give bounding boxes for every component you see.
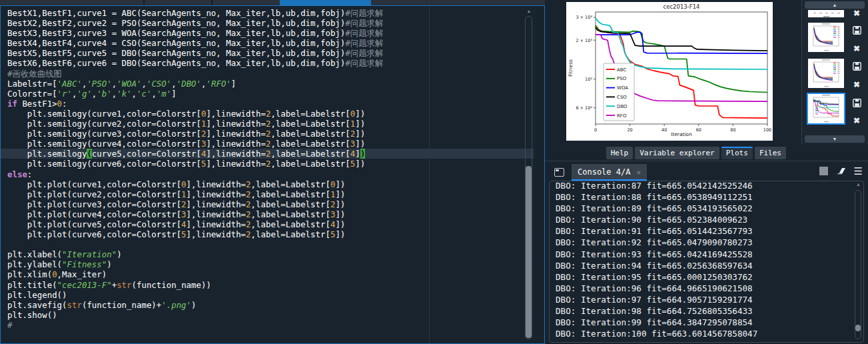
scrollbar-thumb[interactable]	[526, 166, 532, 338]
code-line[interactable]: plt.semilogy(curve6,color=Colorstr[5],li…	[1, 159, 534, 169]
code-line[interactable]: plt.plot(curve1,color=Colorstr[0],linewi…	[1, 179, 534, 189]
code-line[interactable]: plt.savefig(str(function_name)+'.png')	[1, 300, 534, 310]
code-line[interactable]: plt.semilogy(curve2,color=Colorstr[1],li…	[1, 119, 534, 129]
plots-pane-figure: 0204060801003 × 10³2 × 10³10³6 × 10²cec2…	[566, 2, 773, 141]
code-line[interactable]: #画收敛曲线图	[1, 69, 534, 79]
console-toolbar: ☰	[819, 167, 863, 175]
code-line[interactable]: Labelstr=['ABC','PSO','WOA','CSO','DBO',…	[1, 79, 534, 89]
code-line[interactable]: if BestF1>0:	[1, 99, 534, 109]
browse-tabs-icon[interactable]	[554, 168, 564, 177]
svg-text:Iteration: Iteration	[671, 131, 692, 137]
save-plot-icon[interactable]	[851, 98, 863, 109]
plots-thumbnail-divider	[801, 0, 802, 144]
code-line[interactable]: plt.legend()	[1, 290, 534, 300]
code-line[interactable]: #	[1, 320, 534, 330]
thumbnails-scroll-up-button[interactable]: ▲	[805, 1, 865, 9]
pane-tabs: HelpVariable explorerPlotsFiles	[544, 146, 786, 159]
svg-text:20: 20	[627, 127, 632, 133]
close-plot-icon[interactable]: ✖	[851, 9, 863, 19]
console-tab-close-icon[interactable]: ✕	[636, 168, 641, 177]
save-plot-icon[interactable]	[851, 25, 863, 36]
scrollbar-track[interactable]	[855, 190, 861, 339]
tab-separator	[143, 0, 145, 5]
tab-separator	[211, 0, 213, 5]
convergence-plot: 0204060801003 × 10³2 × 10³10³6 × 10²cec2…	[566, 2, 773, 141]
scrollbar-thumb[interactable]	[855, 325, 861, 331]
scroll-up-arrow-icon[interactable]: ▲	[854, 182, 863, 187]
svg-text:PSO: PSO	[617, 76, 627, 81]
svg-text:100: 100	[763, 127, 771, 133]
console-text: DBO: Iteration:87 fit=665.0542142525246 …	[556, 181, 863, 339]
stop-square-icon[interactable]	[819, 167, 828, 175]
code-line[interactable]: BestX6,BestF6,curve6 = DBO(SearchAgents_…	[1, 58, 534, 68]
code-line[interactable]: plt.xlim(0,Max_iter)	[1, 269, 534, 279]
console-scrollbar[interactable]: ▲	[854, 182, 863, 341]
plot-thumbnail-selected[interactable]	[808, 94, 844, 123]
code-line[interactable]: BestX3,BestF3,curve3 = WOA(SearchAgents_…	[1, 28, 534, 38]
console-header: Console 4/A✕ ☰	[549, 164, 864, 181]
code-line[interactable]: plt.semilogy(curve5,color=Colorstr[4],li…	[1, 149, 534, 159]
svg-text:WOA: WOA	[617, 85, 628, 91]
svg-text:3 × 10³: 3 × 10³	[576, 15, 592, 20]
code-line[interactable]: plt.plot(curve4,color=Colorstr[3],linewi…	[1, 209, 534, 219]
spyder-window: BestX1,BestF1,curve1 = ABC(SearchAgents_…	[0, 0, 868, 344]
code-line[interactable]: plt.plot(curve6,color=Colorstr[5],linewi…	[1, 229, 534, 239]
code-line[interactable]: plt.plot(curve5,color=Colorstr[4],linewi…	[1, 219, 534, 229]
eraser-icon[interactable]	[836, 167, 846, 175]
console-tab[interactable]: Console 4/A✕	[572, 164, 647, 181]
close-plot-icon[interactable]: ✖	[851, 116, 863, 127]
code-line[interactable]: plt.xlabel("Iteration")	[1, 249, 534, 259]
menu-icon[interactable]: ☰	[854, 167, 863, 175]
svg-text:80: 80	[730, 127, 735, 133]
svg-text:60: 60	[696, 127, 701, 133]
code-line[interactable]: BestX5,BestF5,curve5 = DBO(SearchAgents_…	[1, 48, 534, 58]
editor-file-tabstrip[interactable]	[0, 0, 545, 5]
code-line[interactable]: BestX4,BestF4,curve4 = CSO(SearchAgents_…	[1, 38, 534, 48]
code-line[interactable]: plt.plot(curve2,color=Colorstr[1],linewi…	[1, 189, 534, 199]
svg-text:6 × 10²: 6 × 10²	[576, 105, 592, 111]
console-pane: Console 4/A✕ ☰ DBO: Iteration:87 fit=665…	[545, 161, 868, 344]
console-output[interactable]: DBO: Iteration:87 fit=665.0542142525246 …	[549, 181, 864, 343]
code-line[interactable]: plt.plot(curve3,color=Colorstr[2],linewi…	[1, 199, 534, 209]
svg-text:cec2013-F14: cec2013-F14	[663, 3, 700, 10]
plot-thumbnail[interactable]	[808, 59, 844, 88]
pane-tab-variable-explorer[interactable]: Variable explorer	[635, 147, 719, 159]
code-editor-pane[interactable]: BestX1,BestF1,curve1 = ABC(SearchAgents_…	[0, 5, 545, 344]
code-line[interactable]: else:	[1, 169, 534, 179]
console-tab-label: Console 4/A	[578, 167, 630, 177]
thumbnails-scroll-down-button[interactable]: ▼	[805, 135, 865, 143]
svg-text:2 × 10³: 2 × 10³	[576, 38, 592, 43]
active-file-tab-indicator[interactable]	[280, 0, 371, 5]
close-plot-icon[interactable]: ✖	[851, 80, 863, 91]
code-line[interactable]: plt.semilogy(curve4,color=Colorstr[3],li…	[1, 139, 534, 149]
code-line[interactable]: plt.semilogy(curve3,color=Colorstr[2],li…	[1, 129, 534, 139]
svg-text:0: 0	[594, 127, 597, 133]
code-line[interactable]: BestX2,BestF2,curve2 = PSO(SearchAgents_…	[1, 18, 534, 28]
editor-scrollbar[interactable]: ▲	[524, 7, 534, 342]
svg-text:DBO: DBO	[617, 104, 628, 109]
svg-text:40: 40	[661, 127, 667, 133]
code-line[interactable]: plt.ylabel("Fitness")	[1, 259, 534, 269]
code-line[interactable]	[1, 239, 534, 249]
scroll-up-arrow-icon[interactable]: ▲	[524, 9, 534, 13]
plot-thumbnail-strip: ▲ ✖✖✖✖ ▼	[803, 0, 868, 144]
code-lines: BestX1,BestF1,curve1 = ABC(SearchAgents_…	[1, 8, 534, 330]
svg-text:RFO: RFO	[617, 113, 627, 119]
close-plot-icon[interactable]: ✖	[851, 44, 863, 55]
code-line[interactable]: plt.show()	[1, 310, 534, 320]
svg-text:CSO: CSO	[617, 95, 627, 100]
svg-text:Fitness: Fitness	[568, 59, 574, 77]
save-plot-icon[interactable]	[851, 61, 863, 72]
code-line[interactable]: Colorstr=['r','g','b','k','c','m']	[1, 89, 534, 99]
svg-text:ABC: ABC	[617, 67, 626, 73]
code-line[interactable]: BestX1,BestF1,curve1 = ABC(SearchAgents_…	[1, 8, 534, 18]
plot-thumbnail[interactable]	[808, 23, 844, 52]
svg-text:10³: 10³	[585, 77, 592, 82]
code-line[interactable]: plt.title("cec2013-F"+str(function_name)…	[1, 280, 534, 290]
code-line[interactable]: plt.semilogy(curve1,color=Colorstr[0],li…	[1, 109, 534, 119]
plot-thumbnail[interactable]	[808, 10, 844, 17]
pane-tab-plots[interactable]: Plots	[721, 147, 753, 159]
pane-tab-help[interactable]: Help	[606, 147, 634, 159]
pane-tab-files[interactable]: Files	[755, 147, 786, 159]
